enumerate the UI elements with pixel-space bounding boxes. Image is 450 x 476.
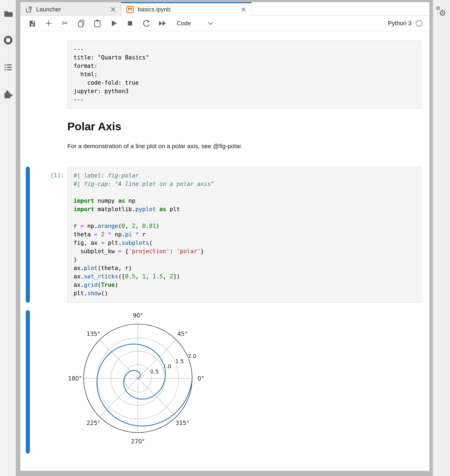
file-browser-icon[interactable] [3, 8, 14, 19]
polar-plot-figure: 0°45°90°135°180°225°270°315°0.51.01.52.0 [67, 311, 429, 453]
code-editor[interactable]: #| label: fig-polar#| fig-cap: "A line p… [67, 167, 421, 303]
section-heading: Polar Axis [67, 120, 421, 133]
paragraph-text: For a demonstration of a line plot on a … [67, 143, 421, 150]
run-cell-button[interactable] [109, 18, 119, 28]
kernel-name[interactable]: Python 3 [388, 20, 411, 27]
input-collapser[interactable] [26, 167, 30, 303]
tab-bar: Launcher basics.ipynb [20, 2, 429, 16]
stop-circle-icon [3, 35, 13, 45]
interrupt-kernel-button[interactable] [125, 18, 135, 28]
tab-label: Launcher [36, 6, 61, 13]
extension-manager-icon[interactable] [3, 89, 14, 100]
save-icon [28, 19, 37, 28]
tab-label: basics.ipynb [138, 6, 170, 13]
output-cell: 0°45°90°135°180°225°270°315°0.51.01.52.0 [20, 310, 429, 453]
svg-text:270°: 270° [131, 438, 145, 445]
fast-forward-icon [158, 19, 167, 28]
kernel-status-icon[interactable] [416, 20, 422, 27]
tab-basics-ipynb[interactable]: basics.ipynb [121, 2, 252, 16]
scissors-icon: ✂ [62, 20, 68, 27]
clipboard-icon [93, 19, 102, 28]
yaml-cell-editor[interactable]: --- title: "Quarto Basics" format: html:… [67, 40, 421, 109]
plus-icon [45, 19, 53, 27]
large-gear-icon: ⚙ [439, 8, 446, 18]
chevron-down-icon [208, 22, 213, 25]
cell-prompt [30, 143, 67, 150]
restart-run-all-button[interactable] [158, 18, 167, 28]
cut-cells-button[interactable]: ✂ [60, 18, 70, 28]
list-icon [3, 62, 13, 72]
stop-icon [126, 19, 134, 28]
svg-text:1.0: 1.0 [163, 363, 171, 370]
main-dock-panel: Launcher basics.ipynb [20, 2, 429, 471]
svg-text:0.5: 0.5 [150, 368, 159, 375]
svg-text:0°: 0° [198, 375, 204, 382]
code-cell: [1]: #| label: fig-polar#| fig-cap: "A l… [20, 167, 429, 303]
right-sidebar-strip: ⚙ ⚙ [433, 0, 450, 476]
launcher-icon [25, 6, 32, 13]
svg-text:1.5: 1.5 [175, 358, 184, 364]
running-kernels-icon[interactable] [3, 35, 14, 46]
svg-text:180°: 180° [68, 375, 82, 382]
cell-prompt [30, 120, 67, 133]
yaml-raw-cell: --- title: "Quarto Basics" format: html:… [20, 40, 429, 109]
svg-text:315°: 315° [176, 420, 189, 426]
cell-collapser [26, 143, 30, 150]
table-of-contents-icon[interactable] [3, 62, 14, 73]
execution-count-prompt: [1]: [30, 167, 67, 303]
play-icon [109, 19, 118, 28]
cell-collapser [26, 40, 30, 109]
cell-collapser [26, 120, 30, 133]
cell-prompt [30, 40, 67, 109]
svg-text:45°: 45° [177, 331, 187, 337]
insert-cell-button[interactable] [44, 18, 53, 28]
left-activity-bar [0, 0, 16, 476]
notebook-toolbar: ✂ [20, 16, 429, 31]
tab-launcher[interactable]: Launcher [20, 2, 121, 15]
svg-text:2.0: 2.0 [188, 353, 197, 359]
notebook-icon [126, 6, 134, 13]
output-collapser[interactable] [26, 310, 30, 453]
paste-cells-button[interactable] [93, 18, 102, 28]
svg-text:225°: 225° [87, 420, 100, 426]
restart-kernel-button[interactable] [141, 18, 151, 28]
cell-type-select[interactable]: Code [177, 20, 213, 27]
settings-gears-icon[interactable]: ⚙ ⚙ [435, 5, 448, 18]
folder-icon [3, 9, 13, 18]
puzzle-icon [3, 89, 13, 100]
close-tab-icon[interactable] [110, 7, 116, 12]
markdown-paragraph-cell: For a demonstration of a line plot on a … [20, 143, 429, 150]
yaml-text: --- title: "Quarto Basics" format: html:… [74, 45, 415, 104]
markdown-heading-cell: Polar Axis [20, 120, 429, 133]
svg-text:90°: 90° [133, 312, 143, 319]
copy-icon [77, 19, 85, 28]
notebook-scroll-area: --- title: "Quarto Basics" format: html:… [20, 31, 429, 471]
copy-cells-button[interactable] [76, 18, 86, 28]
svg-text:135°: 135° [87, 331, 100, 337]
close-tab-icon[interactable] [240, 7, 246, 12]
save-button[interactable] [27, 18, 37, 28]
output-area: 0°45°90°135°180°225°270°315°0.51.01.52.0 [67, 310, 429, 453]
refresh-icon [142, 19, 151, 28]
output-prompt [30, 310, 67, 453]
cell-type-value: Code [177, 20, 191, 27]
